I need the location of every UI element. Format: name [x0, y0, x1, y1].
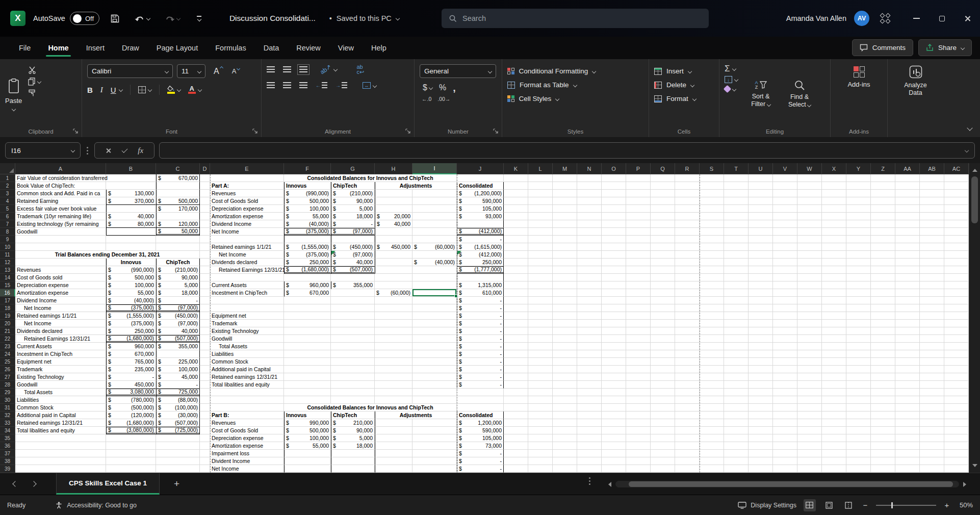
- cell-C1[interactable]: $670,000: [156, 174, 200, 182]
- cell-AB10[interactable]: [920, 243, 944, 251]
- cell-AB2[interactable]: [920, 182, 944, 190]
- cell-H3[interactable]: [375, 190, 412, 197]
- cell-F27[interactable]: [284, 373, 331, 381]
- cell-N27[interactable]: [577, 373, 602, 381]
- col-header-C[interactable]: C: [156, 163, 200, 174]
- cell-U4[interactable]: [749, 197, 773, 205]
- cell-O23[interactable]: [602, 343, 626, 350]
- name-box[interactable]: I16: [5, 142, 81, 159]
- cell-U26[interactable]: [749, 366, 773, 373]
- cell-W7[interactable]: [797, 220, 822, 228]
- cell-Z17[interactable]: [871, 297, 895, 304]
- cell-E34[interactable]: Cost of Goods Sold: [210, 427, 284, 434]
- cell-J34[interactable]: $590,000: [457, 427, 504, 434]
- cell-P24[interactable]: [626, 350, 651, 358]
- cell-O5[interactable]: [602, 205, 626, 213]
- cell-AC3[interactable]: [944, 190, 969, 197]
- cell-F16[interactable]: $670,000: [284, 289, 331, 297]
- cell-M14[interactable]: [553, 274, 577, 281]
- cell-AB25[interactable]: [920, 358, 944, 366]
- cell-L11[interactable]: [528, 251, 553, 259]
- fill-button[interactable]: ↓: [725, 76, 738, 83]
- cell-E12[interactable]: Dividends declared: [210, 259, 284, 266]
- vertical-scrollbar[interactable]: [969, 163, 980, 473]
- cell-F14[interactable]: [284, 274, 331, 281]
- cell-X3[interactable]: [822, 190, 846, 197]
- cell-K38[interactable]: [504, 457, 528, 465]
- cell-K2[interactable]: [504, 182, 528, 190]
- cell-S18[interactable]: [700, 304, 724, 312]
- cell-AA25[interactable]: [895, 358, 920, 366]
- cell-AC38[interactable]: [944, 457, 969, 465]
- cell-V33[interactable]: [773, 419, 797, 427]
- cell-AA23[interactable]: [895, 343, 920, 350]
- cell-M3[interactable]: [553, 190, 577, 197]
- cell-K8[interactable]: [504, 228, 528, 236]
- cell-V10[interactable]: [773, 243, 797, 251]
- cell-W13[interactable]: [797, 266, 822, 274]
- cell-M39[interactable]: [553, 465, 577, 473]
- cell-styles-button[interactable]: Cell Styles: [507, 92, 643, 106]
- cell-M26[interactable]: [553, 366, 577, 373]
- cell-Z13[interactable]: [871, 266, 895, 274]
- cell-I4[interactable]: [412, 197, 457, 205]
- cell-C14[interactable]: $90,000: [156, 274, 200, 281]
- row-header-38[interactable]: 38: [0, 457, 15, 465]
- cell-L5[interactable]: [528, 205, 553, 213]
- cell-X30[interactable]: [822, 396, 846, 404]
- cell-AB31[interactable]: [920, 404, 944, 411]
- cell-S20[interactable]: [700, 320, 724, 327]
- cell-J13[interactable]: $(1,777,000): [457, 266, 504, 274]
- cell-B36[interactable]: [106, 442, 156, 450]
- cell-Z24[interactable]: [871, 350, 895, 358]
- find-select-button[interactable]: Find & Select: [784, 64, 815, 124]
- italic-button[interactable]: I: [100, 86, 103, 94]
- cell-N22[interactable]: [577, 335, 602, 343]
- cell-W16[interactable]: [797, 289, 822, 297]
- cell-M9[interactable]: [553, 236, 577, 243]
- cell-G20[interactable]: [331, 320, 375, 327]
- cell-AC33[interactable]: [944, 419, 969, 427]
- cell-P8[interactable]: [626, 228, 651, 236]
- cell-U24[interactable]: [749, 350, 773, 358]
- cell-Q29[interactable]: [651, 389, 675, 396]
- cell-AC39[interactable]: [944, 465, 969, 473]
- cell-P10[interactable]: [626, 243, 651, 251]
- cell-X18[interactable]: [822, 304, 846, 312]
- cell-S5[interactable]: [700, 205, 724, 213]
- insert-button[interactable]: Insert: [654, 64, 714, 78]
- cell-V16[interactable]: [773, 289, 797, 297]
- cell-K32[interactable]: [504, 411, 528, 419]
- cell-T39[interactable]: [724, 465, 749, 473]
- cell-L2[interactable]: [528, 182, 553, 190]
- cell-P25[interactable]: [626, 358, 651, 366]
- cell-Z9[interactable]: [871, 236, 895, 243]
- cell-Q36[interactable]: [651, 442, 675, 450]
- cell-D32[interactable]: [200, 411, 210, 419]
- cell-V39[interactable]: [773, 465, 797, 473]
- row-header-5[interactable]: 5: [0, 205, 15, 213]
- cell-D9[interactable]: [200, 236, 210, 243]
- cell-D25[interactable]: [200, 358, 210, 366]
- cell-Z11[interactable]: [871, 251, 895, 259]
- cell-N14[interactable]: [577, 274, 602, 281]
- cell-M12[interactable]: [553, 259, 577, 266]
- cell-J10[interactable]: $(1,615,000): [457, 243, 504, 251]
- cell-N33[interactable]: [577, 419, 602, 427]
- cell-R7[interactable]: [675, 220, 700, 228]
- cell-AC24[interactable]: [944, 350, 969, 358]
- cell-M7[interactable]: [553, 220, 577, 228]
- cell-D2[interactable]: [200, 182, 210, 190]
- cell-F19[interactable]: [284, 312, 331, 320]
- cell-U14[interactable]: [749, 274, 773, 281]
- cell-Y32[interactable]: [846, 411, 871, 419]
- cell-B38[interactable]: [106, 457, 156, 465]
- cell-L4[interactable]: [528, 197, 553, 205]
- cell-Y16[interactable]: [846, 289, 871, 297]
- cell-W8[interactable]: [797, 228, 822, 236]
- row-header-22[interactable]: 22: [0, 335, 15, 343]
- cell-G38[interactable]: [331, 457, 375, 465]
- cell-Y20[interactable]: [846, 320, 871, 327]
- cell-AB20[interactable]: [920, 320, 944, 327]
- cell-Z18[interactable]: [871, 304, 895, 312]
